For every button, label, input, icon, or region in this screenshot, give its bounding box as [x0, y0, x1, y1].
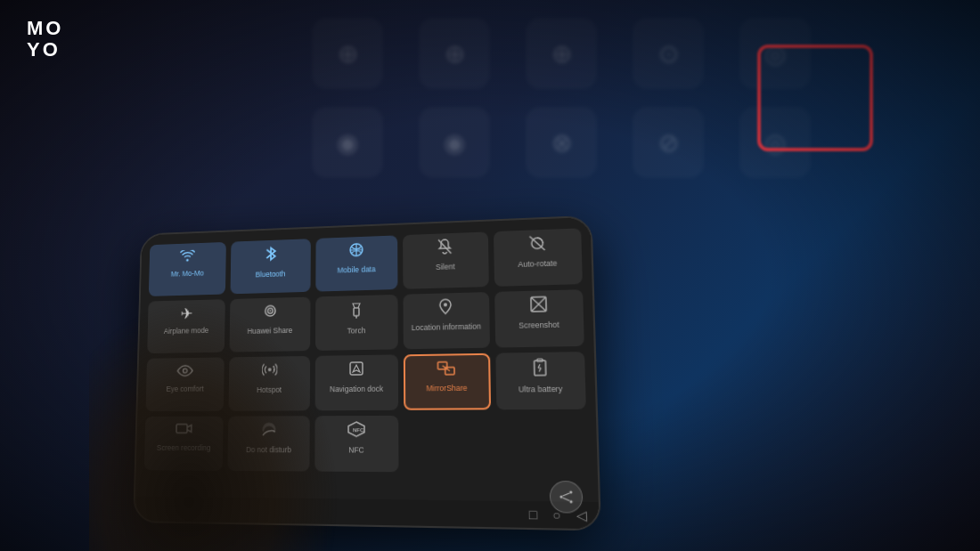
bg-icon-4: ⊙	[633, 18, 704, 89]
toggle-mobile-data[interactable]: Mobile data	[315, 235, 398, 291]
background-red-highlight	[757, 45, 873, 151]
svg-rect-25	[176, 425, 187, 434]
svg-point-10	[444, 303, 447, 306]
svg-line-30	[563, 493, 570, 496]
toggle-airplane-mode[interactable]: ✈ Airplane mode	[147, 299, 225, 353]
toggle-grid-row3: Eye comfort Hotspot	[145, 352, 585, 411]
do-not-disturb-label: Do not disturb	[246, 445, 291, 454]
silent-label: Silent	[436, 262, 455, 271]
toggle-screenshot[interactable]: Screenshot	[494, 289, 584, 347]
bg-icon-9: ⊘	[633, 107, 704, 178]
toggle-huawei-share[interactable]: Huawei Share	[230, 297, 310, 352]
toggle-eye-comfort[interactable]: Eye comfort	[145, 357, 225, 411]
nav-back-button[interactable]: ◁	[576, 507, 588, 523]
location-icon	[439, 298, 453, 320]
nfc-icon: NFC	[347, 421, 365, 442]
eye-comfort-label: Eye comfort	[166, 384, 203, 393]
toggle-ultra-battery[interactable]: Ultra battery	[495, 352, 586, 409]
toggle-bluetooth[interactable]: Bluetooth	[231, 239, 311, 294]
ultra-battery-label: Ultra battery	[519, 384, 563, 393]
quick-settings-panel: Mr. Mo-Mo Bluetooth	[135, 217, 599, 502]
torch-icon	[349, 301, 363, 323]
bg-icon-1: ⊕	[312, 18, 383, 89]
phone-wrapper: Mr. Mo-Mo Bluetooth	[125, 222, 588, 524]
mr-mo-mo-label: Mr. Mo-Mo	[171, 269, 204, 279]
phone-screen: Mr. Mo-Mo Bluetooth	[135, 217, 600, 529]
logo-line2: YO	[27, 39, 63, 61]
svg-line-31	[563, 498, 570, 500]
svg-point-27	[559, 496, 562, 498]
toggle-screen-recording[interactable]: Screen recording	[144, 417, 224, 471]
svg-point-28	[569, 490, 572, 493]
screenshot-icon	[530, 296, 548, 317]
hotspot-label: Hotspot	[257, 385, 282, 393]
bluetooth-icon	[265, 245, 276, 267]
ultra-battery-icon	[533, 358, 546, 382]
toggle-grid-row2: ✈ Airplane mode Huawei Share	[147, 289, 584, 353]
screen-recording-icon	[176, 422, 192, 441]
location-label: Location information	[412, 321, 481, 332]
svg-text:NFC: NFC	[353, 427, 363, 433]
bg-icon-6: ◉	[312, 107, 383, 178]
auto-rotate-icon	[528, 235, 545, 256]
svg-point-7	[269, 310, 271, 312]
toggle-grid-row4: Screen recording Do not disturb	[144, 415, 588, 474]
screen-recording-label: Screen recording	[157, 443, 211, 452]
toggle-torch[interactable]: Torch	[315, 295, 398, 351]
toggle-navigation-dock[interactable]: Navigation dock	[314, 354, 398, 410]
mirrorshare-icon	[437, 361, 456, 380]
toggle-location[interactable]: Location information	[404, 292, 490, 349]
wifi-icon	[180, 248, 195, 267]
svg-point-29	[569, 500, 572, 503]
bluetooth-label: Bluetooth	[255, 269, 285, 279]
bg-icon-7: ◉	[419, 107, 490, 178]
bg-icon-3: ⊕	[526, 18, 597, 89]
logo-line1: MO	[27, 18, 63, 39]
nfc-label: NFC	[348, 445, 363, 454]
navigation-dock-icon	[348, 361, 364, 382]
toggle-hotspot[interactable]: Hotspot	[229, 356, 310, 411]
hotspot-icon	[262, 361, 277, 382]
mirrorshare-label: MirrorShare	[426, 383, 467, 393]
svg-rect-8	[354, 308, 359, 316]
svg-line-19	[443, 366, 450, 371]
toggle-mirrorshare[interactable]: MirrorShare	[404, 353, 491, 410]
silent-icon	[437, 239, 452, 260]
bg-icon-2: ⊕	[419, 18, 490, 89]
toggle-silent[interactable]: Silent	[403, 231, 488, 288]
auto-rotate-label: Auto-rotate	[518, 258, 557, 269]
bg-icon-8: ⊗	[526, 107, 597, 178]
toggle-nfc[interactable]: NFC NFC	[314, 416, 399, 472]
mobile-data-icon	[348, 242, 364, 263]
nav-square-button[interactable]: □	[529, 506, 537, 522]
airplane-icon: ✈	[180, 305, 192, 324]
do-not-disturb-icon	[261, 421, 277, 442]
svg-point-15	[267, 368, 271, 371]
phone-device: Mr. Mo-Mo Bluetooth	[133, 215, 601, 531]
screenshot-label: Screenshot	[519, 320, 559, 329]
moyo-logo: MO YO	[27, 18, 63, 61]
torch-label: Torch	[347, 326, 365, 335]
airplane-label: Airplane mode	[164, 326, 209, 336]
toggle-mr-mo-mo[interactable]: Mr. Mo-Mo	[149, 242, 226, 296]
mobile-data-label: Mobile data	[338, 264, 376, 274]
eye-comfort-icon	[176, 363, 193, 382]
navigation-dock-label: Navigation dock	[330, 384, 383, 393]
toggle-auto-rotate[interactable]: Auto-rotate	[494, 228, 583, 287]
huawei-share-icon	[262, 303, 277, 323]
svg-point-14	[184, 369, 188, 373]
huawei-share-label: Huawei Share	[247, 326, 292, 336]
navigation-bar: □ ○ ◁	[135, 497, 600, 530]
share-fab-button[interactable]	[550, 481, 584, 514]
toggle-do-not-disturb[interactable]: Do not disturb	[228, 416, 310, 471]
